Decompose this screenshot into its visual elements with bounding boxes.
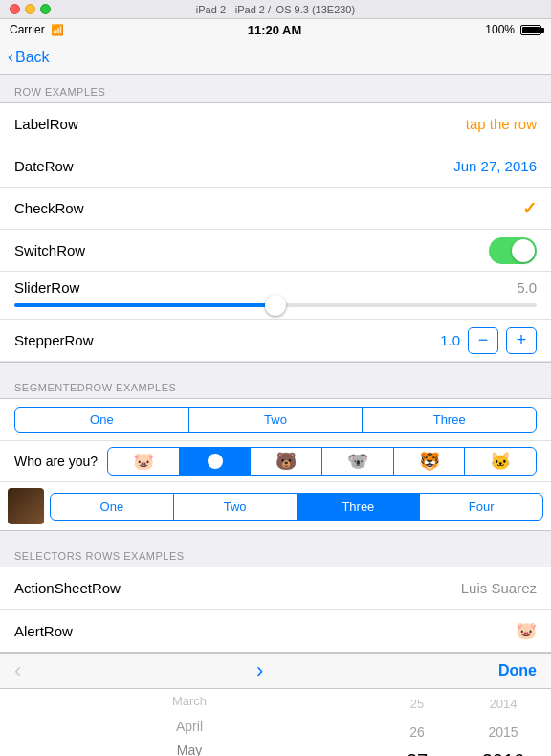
picker-day-column: 25 26 27 28 29 30 xyxy=(379,689,455,756)
switch-row[interactable]: SwitchRow xyxy=(0,230,551,272)
segmented-row-1: One Two Three xyxy=(0,399,551,441)
picker-container: March April May June July August Septemb… xyxy=(0,689,551,756)
segmented-control-2: One Two Three Four xyxy=(50,493,543,521)
picker-year-2014: 2014 xyxy=(455,689,551,718)
selector-examples-header: SELECTORS ROWS EXAMPLES xyxy=(0,539,551,567)
label-row-label: LabelRow xyxy=(14,116,78,132)
four-item-one[interactable]: One xyxy=(51,494,174,520)
wifi-icon: 📶 xyxy=(51,24,64,36)
four-item-three[interactable]: Three xyxy=(298,494,421,520)
segmented-examples-table: One Two Three Who are you? 🐷 🐻 🐨 🐯 🐱 One xyxy=(0,398,551,531)
selector-examples-table: ActionSheetRow Luis Suarez AlertRow 🐷 xyxy=(0,567,551,653)
picker-month-april: April xyxy=(0,714,379,739)
emoji-segmented-control: 🐷 🐻 🐨 🐯 🐱 xyxy=(107,447,537,476)
action-sheet-row[interactable]: ActionSheetRow Luis Suarez xyxy=(0,567,551,610)
seg-item-two[interactable]: Two xyxy=(189,408,364,432)
action-sheet-label: ActionSheetRow xyxy=(14,580,121,596)
battery-icon xyxy=(520,25,541,35)
date-row-value: Jun 27, 2016 xyxy=(453,158,537,174)
check-row[interactable]: CheckRow ✓ xyxy=(0,188,551,230)
bottom-toolbar: ‹ › Done xyxy=(0,653,551,689)
next-arrow-icon[interactable]: › xyxy=(256,658,263,683)
slider-row[interactable]: SliderRow 5.0 xyxy=(0,272,551,320)
picker-year-2016: 2016 xyxy=(455,746,551,756)
emoji-item-0[interactable]: 🐷 xyxy=(108,448,180,475)
picker-day-26: 26 xyxy=(379,718,455,746)
row-examples-table: LabelRow tap the row DateRow Jun 27, 201… xyxy=(0,102,551,363)
picker-day-27: 27 xyxy=(379,746,455,756)
seg-item-one[interactable]: One xyxy=(15,408,189,432)
stepper-row: StepperRow 1.0 − + xyxy=(0,320,551,362)
slider-thumb[interactable] xyxy=(265,295,286,316)
carrier-label: Carrier xyxy=(10,23,45,36)
toggle-switch[interactable] xyxy=(489,237,537,264)
stepper-row-label: StepperRow xyxy=(14,332,94,348)
date-picker[interactable]: March April May June July August Septemb… xyxy=(0,689,551,756)
check-row-label: CheckRow xyxy=(14,200,84,216)
alert-row-value: 🐷 xyxy=(516,620,537,641)
back-button[interactable]: ‹ Back xyxy=(8,47,50,67)
label-row-value: tap the row xyxy=(466,116,537,132)
slider-row-label: SliderRow xyxy=(14,279,79,296)
who-are-you-row: Who are you? 🐷 🐻 🐨 🐯 🐱 xyxy=(0,441,551,482)
stepper-increment-button[interactable]: + xyxy=(506,327,537,354)
emoji-item-1[interactable] xyxy=(180,448,252,475)
image-segmented-row: One Two Three Four xyxy=(0,482,551,530)
close-button[interactable] xyxy=(10,4,20,14)
stepper-decrement-button[interactable]: − xyxy=(468,327,498,354)
picker-month-march: March xyxy=(0,689,379,714)
emoji-item-5[interactable]: 🐱 xyxy=(465,448,536,475)
checkmark-icon: ✓ xyxy=(522,198,537,219)
switch-row-label: SwitchRow xyxy=(14,242,85,258)
minimize-button[interactable] xyxy=(25,4,35,14)
alert-row-label: AlertRow xyxy=(14,623,73,639)
action-sheet-value: Luis Suarez xyxy=(461,580,537,596)
time-display: 11:20 AM xyxy=(248,23,302,37)
picker-year-2015: 2015 xyxy=(455,718,551,746)
emoji-item-2[interactable]: 🐻 xyxy=(251,448,322,475)
date-row-label: DateRow xyxy=(14,158,74,174)
picker-day-25: 25 xyxy=(379,689,455,718)
slider-fill xyxy=(14,303,276,307)
label-row[interactable]: LabelRow tap the row xyxy=(0,103,551,145)
stepper-value: 1.0 xyxy=(431,332,460,348)
alert-row[interactable]: AlertRow 🐷 xyxy=(0,610,551,652)
toggle-thumb xyxy=(512,239,535,262)
title-bar-label: iPad 2 - iPad 2 / iOS 9.3 (13E230) xyxy=(196,2,355,17)
back-chevron-icon: ‹ xyxy=(8,47,13,67)
prev-arrow-icon[interactable]: ‹ xyxy=(14,658,21,683)
picker-month-may: May xyxy=(0,738,379,756)
four-item-two[interactable]: Two xyxy=(174,494,298,520)
stepper-control: 1.0 − + xyxy=(431,327,537,354)
slider-track[interactable] xyxy=(14,303,537,307)
emoji-item-4[interactable]: 🐯 xyxy=(394,448,466,475)
emoji-item-3[interactable]: 🐨 xyxy=(322,448,394,475)
seg-item-three[interactable]: Three xyxy=(363,408,536,432)
segmented-examples-header: SEGMENTEDROW EXAMPLES xyxy=(0,370,551,398)
back-label: Back xyxy=(15,49,50,66)
done-button[interactable]: Done xyxy=(498,662,537,679)
picker-year-column: 2014 2015 2016 2017 2018 2019 xyxy=(455,689,551,756)
svg-point-0 xyxy=(208,454,223,469)
slider-row-value: 5.0 xyxy=(517,279,537,296)
maximize-button[interactable] xyxy=(40,4,51,14)
picker-month-column: March April May June July August Septemb… xyxy=(0,689,379,756)
selected-indicator xyxy=(206,452,225,471)
segmented-control-1: One Two Three xyxy=(14,407,537,433)
battery-percent: 100% xyxy=(485,23,515,36)
row-image xyxy=(8,488,44,524)
four-item-four[interactable]: Four xyxy=(420,494,542,520)
row-examples-header: ROW EXAMPLES xyxy=(0,75,551,102)
who-label: Who are you? xyxy=(14,454,98,469)
date-row[interactable]: DateRow Jun 27, 2016 xyxy=(0,145,551,188)
